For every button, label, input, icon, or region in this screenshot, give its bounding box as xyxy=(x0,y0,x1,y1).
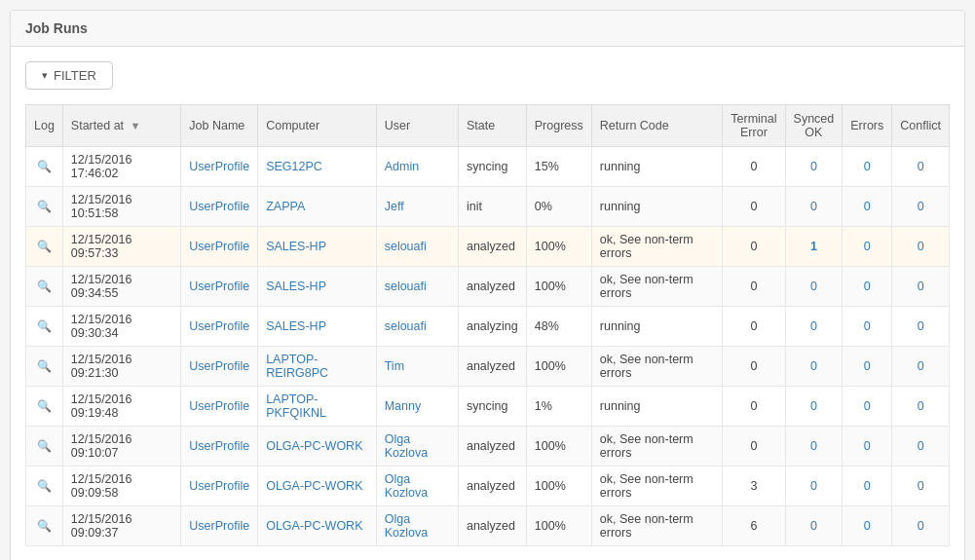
computer-link[interactable]: SALES-HP xyxy=(266,240,326,253)
search-icon[interactable]: 🔍 xyxy=(37,280,52,293)
user-link[interactable]: selouafi xyxy=(385,319,427,333)
log-cell: 🔍 xyxy=(26,387,63,427)
search-icon[interactable]: 🔍 xyxy=(37,319,52,333)
return-code-cell: running xyxy=(591,187,722,227)
search-icon[interactable]: 🔍 xyxy=(37,160,52,173)
synced-ok-cell: 0 xyxy=(785,427,843,467)
job-name-cell: UserProfile xyxy=(181,506,258,546)
job-name-link[interactable]: UserProfile xyxy=(189,319,249,333)
computer-link[interactable]: SALES-HP xyxy=(266,280,326,293)
chevron-down-icon: ▾ xyxy=(42,69,48,82)
user-link[interactable]: Admin xyxy=(385,160,419,173)
search-icon[interactable]: 🔍 xyxy=(37,399,52,413)
log-cell: 🔍 xyxy=(26,427,63,467)
conflict-cell: 0 xyxy=(892,387,950,427)
conflict-cell: 0 xyxy=(892,506,950,546)
progress-cell: 100% xyxy=(526,467,591,506)
job-name-link[interactable]: UserProfile xyxy=(189,479,249,493)
computer-cell: ZAPPA xyxy=(258,187,377,227)
computer-link[interactable]: OLGA-PC-WORK xyxy=(266,519,362,533)
errors-cell: 0 xyxy=(843,267,892,307)
user-link[interactable]: Jeff xyxy=(385,200,404,213)
computer-link[interactable]: LAPTOP-REIRG8PC xyxy=(266,353,328,380)
computer-link[interactable]: SEG12PC xyxy=(266,160,322,173)
return-code-cell: running xyxy=(591,307,722,347)
job-name-link[interactable]: UserProfile xyxy=(189,359,249,373)
errors-cell: 0 xyxy=(843,227,892,267)
user-cell: Olga Kozlova xyxy=(376,467,458,506)
state-cell: analyzed xyxy=(458,347,526,387)
synced-ok-cell: 0 xyxy=(785,347,843,387)
col-progress: Progress xyxy=(526,105,591,147)
user-cell: selouafi xyxy=(376,307,458,347)
search-icon[interactable]: 🔍 xyxy=(37,439,52,453)
errors-cell: 0 xyxy=(843,147,892,187)
search-icon[interactable]: 🔍 xyxy=(37,200,52,213)
started-at-cell: 12/15/2016 09:09:37 xyxy=(62,506,180,546)
computer-cell: SALES-HP xyxy=(258,267,377,307)
search-icon[interactable]: 🔍 xyxy=(37,359,52,373)
table-row: 🔍12/15/2016 09:09:58UserProfileOLGA-PC-W… xyxy=(26,467,950,506)
job-name-cell: UserProfile xyxy=(181,347,258,387)
computer-link[interactable]: OLGA-PC-WORK xyxy=(266,479,362,493)
user-cell: Admin xyxy=(376,147,458,187)
user-link[interactable]: Olga Kozlova xyxy=(385,432,428,460)
search-icon[interactable]: 🔍 xyxy=(37,479,52,493)
user-cell: selouafi xyxy=(376,227,458,267)
state-cell: analyzed xyxy=(458,427,526,467)
user-link[interactable]: Olga Kozlova xyxy=(385,512,428,540)
job-name-link[interactable]: UserProfile xyxy=(189,200,249,213)
sort-icon: ▼ xyxy=(131,120,141,131)
search-icon[interactable]: 🔍 xyxy=(37,240,52,253)
state-cell: analyzed xyxy=(458,227,526,267)
user-link[interactable]: Olga Kozlova xyxy=(385,472,428,500)
search-icon[interactable]: 🔍 xyxy=(37,519,52,533)
job-name-link[interactable]: UserProfile xyxy=(189,280,249,293)
col-started-at[interactable]: Started at ▼ xyxy=(62,105,180,147)
terminal-error-cell: 0 xyxy=(723,187,785,227)
user-link[interactable]: Manny xyxy=(385,399,422,413)
col-terminal-error: TerminalError xyxy=(723,105,785,147)
job-name-cell: UserProfile xyxy=(181,227,258,267)
job-name-cell: UserProfile xyxy=(181,147,258,187)
started-at-cell: 12/15/2016 09:10:07 xyxy=(62,427,180,467)
filter-label: FILTER xyxy=(54,68,96,83)
job-name-link[interactable]: UserProfile xyxy=(189,399,249,413)
return-code-cell: ok, See non-term errors xyxy=(591,347,722,387)
computer-cell: OLGA-PC-WORK xyxy=(258,506,377,546)
errors-cell: 0 xyxy=(843,467,892,506)
return-code-cell: ok, See non-term errors xyxy=(591,467,722,506)
terminal-error-cell: 0 xyxy=(723,427,785,467)
job-name-cell: UserProfile xyxy=(181,427,258,467)
progress-cell: 100% xyxy=(526,427,591,467)
user-cell: Olga Kozlova xyxy=(376,506,458,546)
job-name-link[interactable]: UserProfile xyxy=(189,240,249,253)
progress-cell: 48% xyxy=(526,307,591,347)
col-conflict: Conflict xyxy=(892,105,950,147)
job-name-link[interactable]: UserProfile xyxy=(189,160,249,173)
computer-link[interactable]: LAPTOP-PKFQIKNL xyxy=(266,392,326,420)
return-code-cell: ok, See non-term errors xyxy=(591,506,722,546)
log-cell: 🔍 xyxy=(26,267,63,307)
return-code-cell: running xyxy=(591,387,722,427)
computer-link[interactable]: OLGA-PC-WORK xyxy=(266,439,362,453)
user-link[interactable]: selouafi xyxy=(385,280,427,293)
col-errors: Errors xyxy=(843,105,892,147)
conflict-cell: 0 xyxy=(892,187,950,227)
job-name-link[interactable]: UserProfile xyxy=(189,519,249,533)
started-at-cell: 12/15/2016 09:19:48 xyxy=(62,387,180,427)
return-code-cell: ok, See non-term errors xyxy=(591,267,722,307)
user-link[interactable]: selouafi xyxy=(385,240,427,253)
job-name-link[interactable]: UserProfile xyxy=(189,439,249,453)
computer-link[interactable]: ZAPPA xyxy=(266,200,305,213)
started-at-cell: 12/15/2016 09:57:33 xyxy=(62,227,180,267)
return-code-cell: running xyxy=(591,147,722,187)
col-state: State xyxy=(458,105,526,147)
table-row: 🔍12/15/2016 09:10:07UserProfileOLGA-PC-W… xyxy=(26,427,950,467)
user-link[interactable]: Tim xyxy=(385,359,404,373)
table-row: 🔍12/15/2016 09:30:34UserProfileSALES-HPs… xyxy=(26,307,950,347)
computer-link[interactable]: SALES-HP xyxy=(266,319,326,333)
job-name-cell: UserProfile xyxy=(181,307,258,347)
started-at-cell: 12/15/2016 09:21:30 xyxy=(62,347,180,387)
filter-button[interactable]: ▾ FILTER xyxy=(25,61,113,90)
